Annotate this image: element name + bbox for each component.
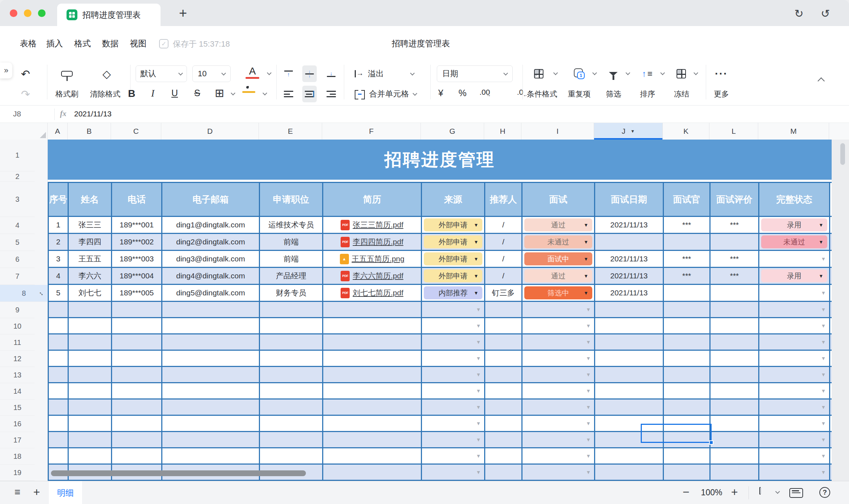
cell-interview-date[interactable]: 2021/11/13	[595, 251, 664, 267]
selected-cell-outline[interactable]	[641, 424, 712, 443]
cell-source[interactable]: 内部推荐▼	[422, 285, 485, 301]
row-header-17[interactable]: 17	[0, 432, 35, 448]
zoom-window-icon[interactable]	[38, 9, 46, 17]
dropdown-icon[interactable]: ▼	[476, 437, 481, 443]
cell-position[interactable]: 财务专员	[260, 285, 323, 301]
row-header-16[interactable]: 16	[0, 416, 35, 432]
cell[interactable]	[323, 302, 422, 317]
increase-decimal-button[interactable]: .00→	[479, 88, 490, 96]
cell[interactable]: ▼	[422, 318, 485, 333]
overflow-select[interactable]: → 溢出	[355, 65, 414, 82]
cell-seq[interactable]: 1	[49, 217, 69, 233]
table-title-cell[interactable]: 招聘进度管理	[48, 140, 832, 180]
interview-pill[interactable]: 通过▼	[524, 269, 592, 282]
cell-evaluation[interactable]	[711, 285, 759, 301]
help-icon[interactable]: ?	[819, 487, 830, 498]
format-painter-label[interactable]: 格式刷	[56, 89, 78, 99]
close-window-icon[interactable]	[10, 9, 17, 17]
column-header-f[interactable]: F	[322, 123, 421, 140]
header-cell[interactable]: 面试评价	[711, 183, 759, 216]
cell[interactable]	[485, 367, 522, 382]
row-header-8-selected[interactable]: 8↔	[0, 285, 48, 302]
cell-interview[interactable]: 未通过▼	[522, 234, 595, 250]
dropdown-icon[interactable]: ▼	[476, 388, 481, 394]
cell[interactable]	[323, 351, 422, 366]
cell[interactable]	[260, 432, 323, 447]
dropdown-icon[interactable]: ▼	[821, 388, 826, 394]
cell[interactable]: ▼	[422, 416, 485, 431]
source-pill[interactable]: 外部申请▼	[424, 252, 482, 265]
resume-link[interactable]: 王五五简历.png	[352, 254, 405, 264]
cell[interactable]	[664, 400, 711, 415]
cell-status[interactable]: 录用▼	[759, 268, 830, 284]
row-header-2[interactable]: 2	[0, 171, 35, 182]
header-cell[interactable]: 完整状态	[759, 183, 830, 216]
dropdown-icon[interactable]: ▼	[586, 355, 591, 361]
cell-email[interactable]: ding2@dingtalk.com	[162, 234, 260, 250]
history-icon[interactable]: ↺	[821, 7, 830, 20]
cell[interactable]: ▼	[522, 416, 595, 431]
cell[interactable]	[485, 416, 522, 431]
cell-evaluation[interactable]: ***	[711, 268, 759, 284]
row-header-4[interactable]: 4	[0, 217, 35, 234]
cell-reference[interactable]: J8	[13, 110, 21, 118]
undo-icon[interactable]: ↶	[21, 68, 30, 80]
cell[interactable]: ▼	[759, 334, 830, 350]
cell-phone[interactable]: 189***004	[112, 268, 162, 284]
cell[interactable]	[49, 400, 69, 415]
cell[interactable]	[711, 448, 759, 464]
column-header-b[interactable]: B	[68, 123, 111, 140]
resume-link[interactable]: 李四四简历.pdf	[353, 237, 403, 247]
header-cell[interactable]: 姓名	[69, 183, 112, 216]
row-header-6[interactable]: 6	[0, 251, 35, 268]
cell-email[interactable]: ding1@dingtalk.com	[162, 217, 260, 233]
collapse-toolbar-icon[interactable]	[818, 77, 825, 85]
zoom-level[interactable]: 100%	[701, 488, 722, 497]
cell-name[interactable]: 李六六	[69, 268, 112, 284]
dropdown-icon[interactable]: ▼	[476, 453, 481, 459]
header-cell[interactable]: 电话	[112, 183, 162, 216]
dropdown-icon[interactable]: ▼	[821, 372, 826, 377]
cell[interactable]	[49, 367, 69, 382]
dropdown-icon[interactable]: ▼	[821, 307, 826, 312]
dropdown-icon[interactable]: ▼	[586, 420, 591, 426]
row-header-15[interactable]: 15	[0, 400, 35, 416]
cell-status[interactable]: ▼	[759, 251, 830, 267]
dropdown-icon[interactable]: ▼	[821, 404, 826, 410]
dropdown-icon[interactable]: ▼	[586, 437, 591, 443]
font-family-select[interactable]: 默认	[136, 65, 187, 82]
cell[interactable]	[69, 448, 112, 464]
dropdown-icon[interactable]: ▼	[584, 256, 588, 262]
column-header-k[interactable]: K	[663, 123, 709, 140]
cell[interactable]	[112, 432, 162, 447]
header-cell[interactable]: 来源	[422, 183, 485, 216]
cell[interactable]	[49, 383, 69, 398]
column-header-i[interactable]: I	[521, 123, 594, 140]
cell[interactable]	[664, 448, 711, 464]
source-pill[interactable]: 外部申请▼	[424, 235, 482, 248]
dropdown-icon[interactable]: ▼	[821, 355, 826, 361]
row-header-5[interactable]: 5	[0, 234, 35, 251]
align-center-button[interactable]	[302, 86, 317, 102]
cell[interactable]: ▼	[759, 351, 830, 366]
sheet-list-icon[interactable]: ≡	[14, 486, 20, 498]
cell[interactable]	[162, 383, 260, 398]
dropdown-icon[interactable]: ▼	[476, 339, 481, 345]
cell[interactable]	[162, 400, 260, 415]
dropdown-icon[interactable]: ▼	[474, 239, 478, 245]
cell[interactable]	[485, 318, 522, 333]
cell[interactable]: ▼	[522, 367, 595, 382]
row-header-7[interactable]: 7	[0, 268, 35, 285]
cell[interactable]: ▼	[422, 334, 485, 350]
dropdown-icon[interactable]: ▼	[821, 256, 826, 262]
dropdown-icon[interactable]: ▼	[476, 404, 481, 410]
borders-icon[interactable]: ⊞	[215, 86, 224, 100]
cell[interactable]	[260, 367, 323, 382]
dropdown-icon[interactable]: ▼	[819, 239, 823, 245]
conditional-format-icon[interactable]	[529, 65, 549, 82]
row-header-18[interactable]: 18	[0, 448, 35, 465]
cell[interactable]	[49, 302, 69, 317]
dropdown-icon[interactable]: ▼	[586, 404, 591, 410]
cell-phone[interactable]: 189***005	[112, 285, 162, 301]
cell[interactable]	[485, 383, 522, 398]
